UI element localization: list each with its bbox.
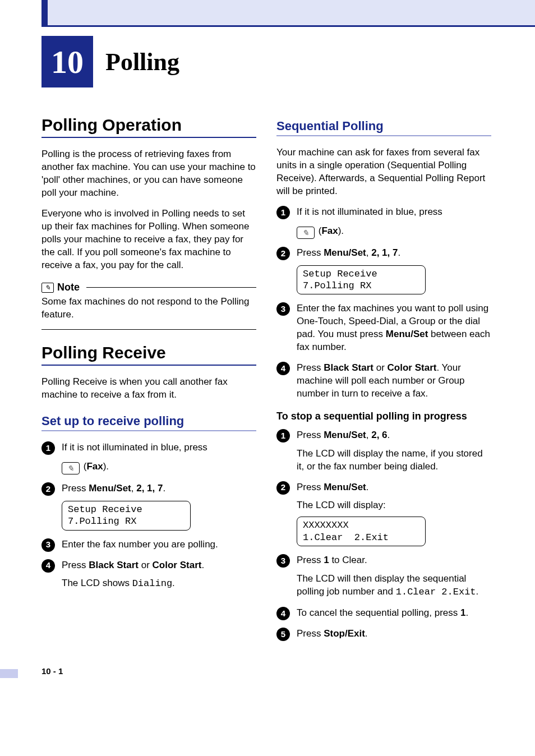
step-text: Press Menu/Set, 2, 1, 7. [62, 483, 165, 494]
step-text: Press Menu/Set. [297, 482, 368, 492]
step-text: Enter the fax number you are polling. [62, 539, 218, 550]
step-text: Press Menu/Set, 2, 6. [297, 430, 390, 440]
body-text: Everyone who is involved in Polling need… [41, 208, 256, 272]
step-text: Press Menu/Set, 2, 1, 7. [297, 247, 400, 258]
body-text: Polling Receive is when you call another… [41, 376, 256, 402]
subsection-heading-sequential-polling: Sequential Polling [276, 119, 491, 136]
step-item: 3 Enter the fax number you are polling. [41, 538, 256, 551]
body-text: Polling is the process of retrieving fax… [41, 148, 256, 200]
note-rule [86, 287, 256, 288]
lcd-display: XXXXXXXX 1.Clear 2.Exit [297, 517, 426, 546]
section-heading-polling-operation: Polling Operation [41, 116, 256, 138]
chapter-title: Polling [105, 48, 179, 76]
step-item: 2 Press Menu/Set, 2, 1, 7. Setup Receive… [41, 482, 256, 530]
step-item: 2 Press Menu/Set, 2, 1, 7. Setup Receive… [276, 247, 491, 294]
step-text: Press 1 to Clear. [297, 555, 367, 565]
step-item: 3 Press 1 to Clear. The LCD will then di… [276, 554, 491, 599]
body-text: Your machine can ask for faxes from seve… [276, 146, 491, 198]
page-tab-marker [0, 669, 18, 678]
step-item: 1 Press Menu/Set, 2, 6. The LCD will dis… [276, 429, 491, 473]
step-text: Press Black Start or Color Start. [62, 560, 204, 570]
step-text: If it is not illuminated in blue, press [297, 206, 442, 217]
step-number-icon: 2 [276, 247, 290, 260]
page-number: 10 - 1 [0, 666, 535, 676]
step-number-icon: 3 [276, 302, 290, 316]
step-number-icon: 4 [276, 607, 290, 620]
step-subtext: The LCD will display the name, if you st… [297, 448, 491, 473]
step-list: 1 If it is not illuminated in blue, pres… [41, 441, 256, 591]
step-number-icon: 1 [276, 429, 290, 442]
step-number-icon: 1 [276, 206, 290, 219]
step-number-icon: 1 [41, 441, 55, 455]
step-item: 4 To cancel the sequential polling, pres… [276, 607, 491, 620]
step-number-icon: 3 [41, 538, 55, 552]
step-number-icon: 4 [41, 559, 55, 573]
step-item: 3 Enter the fax machines you want to pol… [276, 302, 491, 354]
note-body: Some fax machines do not respond to the … [41, 296, 256, 321]
right-column: Sequential Polling Your machine can ask … [276, 116, 491, 648]
lcd-display: Setup Receive 7.Polling RX [297, 265, 426, 295]
header-bar [41, 0, 535, 27]
step-item: 4 Press Black Start or Color Start. Your… [276, 362, 491, 400]
run-in-heading-stop-sequential: To stop a sequential polling in progress [276, 411, 491, 422]
step-text: Press Black Start or Color Start. Your m… [297, 362, 465, 399]
note-block: ✎ Note Some fax machines do not respond … [41, 282, 256, 330]
step-item: 1 If it is not illuminated in blue, pres… [41, 441, 256, 474]
subsection-heading-setup-receive: Set up to receive polling [41, 414, 256, 431]
step-text: If it is not illuminated in blue, press [62, 442, 207, 453]
chapter-number: 10 [51, 43, 84, 81]
step-subtext: The LCD will then display the sequential… [297, 573, 491, 599]
step-number-icon: 2 [276, 481, 290, 495]
step-list: 1 If it is not illuminated in blue, pres… [276, 206, 491, 400]
left-column: Polling Operation Polling is the process… [41, 116, 256, 648]
step-number-icon: 4 [276, 362, 290, 375]
fax-key-icon [297, 227, 315, 239]
step-item: 5 Press Stop/Exit. [276, 628, 491, 640]
fax-key-icon [62, 462, 80, 474]
step-subtext: The LCD will display: [297, 499, 491, 512]
step-text: Press Stop/Exit. [297, 628, 368, 639]
lcd-display: Setup Receive 7.Polling RX [62, 501, 191, 531]
step-item: 4 Press Black Start or Color Start. The … [41, 559, 256, 591]
note-title: Note [57, 282, 80, 293]
fax-label: Fax [321, 225, 338, 236]
step-number-icon: 2 [41, 482, 55, 496]
header-spine [41, 0, 48, 27]
step-subtext: The LCD shows Dialing. [62, 577, 256, 591]
step-item: 2 Press Menu/Set. The LCD will display: … [276, 481, 491, 546]
note-end-rule [41, 329, 256, 330]
chapter-number-box: 10 [41, 36, 93, 87]
step-number-icon: 5 [276, 628, 290, 641]
step-item: 1 If it is not illuminated in blue, pres… [276, 206, 491, 239]
step-text: Enter the fax machines you want to poll … [297, 303, 490, 352]
chapter-header: 10 Polling [41, 36, 535, 87]
note-icon: ✎ [41, 283, 54, 293]
section-heading-polling-receive: Polling Receive [41, 343, 256, 366]
fax-label: Fax [86, 462, 103, 472]
step-number-icon: 3 [276, 554, 290, 568]
step-list: 1 Press Menu/Set, 2, 6. The LCD will dis… [276, 429, 491, 640]
step-text: To cancel the sequential polling, press … [297, 607, 468, 618]
